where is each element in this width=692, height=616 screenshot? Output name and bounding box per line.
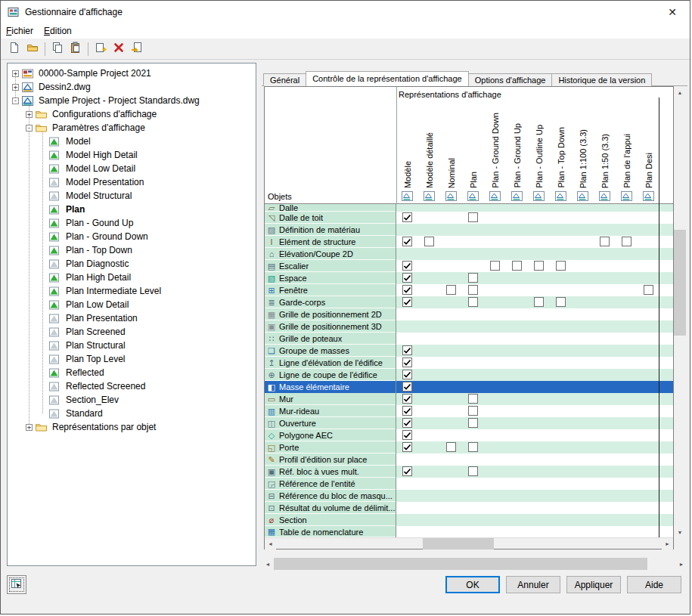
- object-row-grille-de-poteaux[interactable]: ∷Grille de poteaux: [265, 333, 673, 345]
- tab-contr-le-de-la-repr-sentation-d-affichage[interactable]: Contrôle de la représentation d'affichag…: [306, 71, 469, 86]
- tree-item-plan-intermediate-level[interactable]: Plan Intermediate Level: [8, 284, 256, 298]
- anchor-dialog-button[interactable]: [7, 575, 26, 594]
- unchecked-checkbox[interactable]: [468, 442, 478, 452]
- checked-checkbox[interactable]: [402, 394, 412, 404]
- unchecked-checkbox[interactable]: [468, 212, 478, 222]
- copy-button[interactable]: [48, 40, 67, 57]
- object-row-ligne-de-coupe-de-l-difice[interactable]: ⊕Ligne de coupe de l'édifice: [265, 369, 673, 381]
- object-row-ouverture[interactable]: ◫Ouverture: [265, 417, 673, 429]
- purge-button[interactable]: [128, 40, 146, 57]
- unchecked-checkbox[interactable]: [468, 297, 478, 307]
- tree-item-plan-high-detail[interactable]: Plan High Detail: [8, 271, 256, 284]
- tree-item-00000-sample-project-2021[interactable]: +00000-Sample Project 2021: [8, 67, 256, 80]
- checked-checkbox[interactable]: [402, 212, 412, 222]
- tree-item-plan-structural[interactable]: Plan Structural: [8, 339, 256, 352]
- tree-item-reflected[interactable]: Reflected: [8, 366, 256, 379]
- checked-checkbox[interactable]: [402, 406, 412, 416]
- expand-icon[interactable]: +: [12, 70, 19, 77]
- menu-edition[interactable]: Edition: [39, 24, 77, 38]
- object-name-cell[interactable]: IElément de structure: [265, 236, 396, 248]
- tree-item-reflected-screened[interactable]: Reflected Screened: [8, 379, 256, 393]
- unchecked-checkbox[interactable]: [622, 237, 631, 246]
- unchecked-checkbox[interactable]: [556, 297, 566, 307]
- unchecked-checkbox[interactable]: [468, 406, 478, 416]
- object-name-cell[interactable]: ▥Mur-rideau: [265, 405, 396, 417]
- tree-item-model[interactable]: Model: [8, 135, 256, 148]
- object-name-cell[interactable]: ⌂Elévation/Coupe 2D: [265, 248, 396, 260]
- object-name-cell[interactable]: ≣Garde-corps: [265, 296, 396, 308]
- object-row-dalle-de-toit[interactable]: ◹Dalle de toit: [265, 212, 673, 224]
- tree-item-model-structural[interactable]: Model Structural: [8, 189, 256, 203]
- close-button[interactable]: ✕: [655, 1, 690, 23]
- tab-options-d-affichage[interactable]: Options d'affichage: [468, 73, 553, 86]
- object-row-table-de-nomenclature[interactable]: ▦Table de nomenclature: [265, 526, 673, 537]
- unchecked-checkbox[interactable]: [446, 442, 456, 452]
- tree-item-configurations-d-affichage[interactable]: +Configurations d'affichage: [8, 107, 256, 121]
- unchecked-checkbox[interactable]: [534, 297, 544, 307]
- tree-item-plan-screened[interactable]: Plan Screened: [8, 325, 256, 339]
- scroll-thumb[interactable]: [274, 558, 647, 570]
- scroll-down-arrow[interactable]: ▼: [674, 526, 686, 538]
- scroll-thumb[interactable]: [423, 538, 494, 549]
- tree-item-plan-ground-down[interactable]: Plan - Ground Down: [8, 230, 256, 243]
- tree-item-plan-top-down[interactable]: Plan - Top Down: [8, 243, 256, 257]
- tree-item-plan-gound-up[interactable]: Plan - Gound Up: [8, 216, 256, 230]
- object-name-cell[interactable]: ◱Porte: [265, 441, 396, 453]
- unchecked-checkbox[interactable]: [644, 285, 653, 295]
- object-name-cell[interactable]: ◹Dalle de toit: [265, 212, 396, 224]
- object-name-cell[interactable]: ▦Table de nomenclature: [265, 526, 396, 537]
- tree-item-plan[interactable]: Plan: [8, 203, 256, 216]
- object-row-porte[interactable]: ◱Porte: [265, 441, 673, 453]
- scroll-up-arrow[interactable]: ▲: [674, 86, 686, 98]
- checked-checkbox[interactable]: [402, 273, 412, 283]
- object-row-section[interactable]: ⌀Section: [265, 514, 673, 526]
- checked-checkbox[interactable]: [402, 430, 412, 440]
- object-name-cell[interactable]: ▱Dalle: [265, 204, 396, 212]
- object-name-cell[interactable]: ▦Grille de positionnement 2D: [265, 308, 396, 320]
- collapse-icon[interactable]: -: [26, 125, 33, 132]
- new-button[interactable]: [5, 40, 23, 57]
- tree-item-plan-low-detail[interactable]: Plan Low Detail: [8, 298, 256, 311]
- object-row-r-f-bloc-vues-mult[interactable]: ▣Réf. bloc à vues mult.: [265, 466, 673, 478]
- checked-checkbox[interactable]: [402, 297, 412, 307]
- tree-item-standard[interactable]: Standard: [8, 407, 256, 420]
- checked-checkbox[interactable]: [402, 370, 412, 379]
- object-name-cell[interactable]: ⊟Référence du bloc de masqu...: [265, 490, 396, 502]
- checked-checkbox[interactable]: [402, 442, 412, 452]
- object-name-cell[interactable]: ▨Définition de matériau: [265, 224, 396, 236]
- unchecked-checkbox[interactable]: [468, 394, 478, 404]
- object-row-d-finition-de-mat-riau[interactable]: ▨Définition de matériau: [265, 224, 673, 236]
- object-row-escalier[interactable]: ▤Escalier: [265, 260, 673, 272]
- object-name-cell[interactable]: ▭Mur: [265, 393, 396, 405]
- object-name-cell[interactable]: ↥Ligne d'élévation de l'édifice: [265, 357, 396, 369]
- tree-item-model-presentation[interactable]: Model Presentation: [8, 175, 256, 189]
- checked-checkbox[interactable]: [402, 382, 412, 392]
- object-row-mur[interactable]: ▭Mur: [265, 393, 673, 405]
- tree-item-model-low-detail[interactable]: Model Low Detail: [8, 162, 256, 175]
- checked-checkbox[interactable]: [402, 358, 412, 367]
- panel-splitter[interactable]: [256, 63, 262, 566]
- scroll-right-arrow[interactable]: ►: [662, 538, 673, 549]
- object-name-cell[interactable]: ▤Escalier: [265, 260, 396, 272]
- object-name-cell[interactable]: ▧Espace: [265, 272, 396, 284]
- object-name-cell[interactable]: ◲Référence de l'entité: [265, 478, 396, 490]
- object-row-ligne-d-l-vation-de-l-difice[interactable]: ↥Ligne d'élévation de l'édifice: [265, 357, 673, 369]
- tab-historique-de-la-version[interactable]: Historique de la version: [551, 73, 652, 86]
- object-name-cell[interactable]: ✎Profil d'édition sur place: [265, 453, 396, 466]
- help-button[interactable]: Aide: [627, 576, 681, 593]
- checked-checkbox[interactable]: [402, 345, 412, 355]
- menu-fichier[interactable]: Fichier: [1, 24, 39, 38]
- expand-icon[interactable]: +: [26, 424, 33, 431]
- unchecked-checkbox[interactable]: [556, 261, 566, 271]
- cancel-button[interactable]: Annuler: [506, 576, 560, 593]
- unchecked-checkbox[interactable]: [600, 237, 610, 246]
- grid-vertical-scrollbar[interactable]: ▲ ▼: [674, 86, 686, 538]
- object-row-groupe-de-masses[interactable]: ❏Groupe de masses: [265, 345, 673, 357]
- checked-checkbox[interactable]: [402, 418, 412, 428]
- object-name-cell[interactable]: ⊕Ligne de coupe de l'édifice: [265, 369, 396, 381]
- paste-button[interactable]: [67, 40, 85, 57]
- object-name-cell[interactable]: ⊞Fenêtre: [265, 284, 396, 296]
- tree-item-plan-top-level[interactable]: Plan Top Level: [8, 352, 256, 366]
- object-name-cell[interactable]: ◫Ouverture: [265, 417, 396, 429]
- object-name-cell[interactable]: ⊡Résultat du volume de délimit...: [265, 502, 396, 514]
